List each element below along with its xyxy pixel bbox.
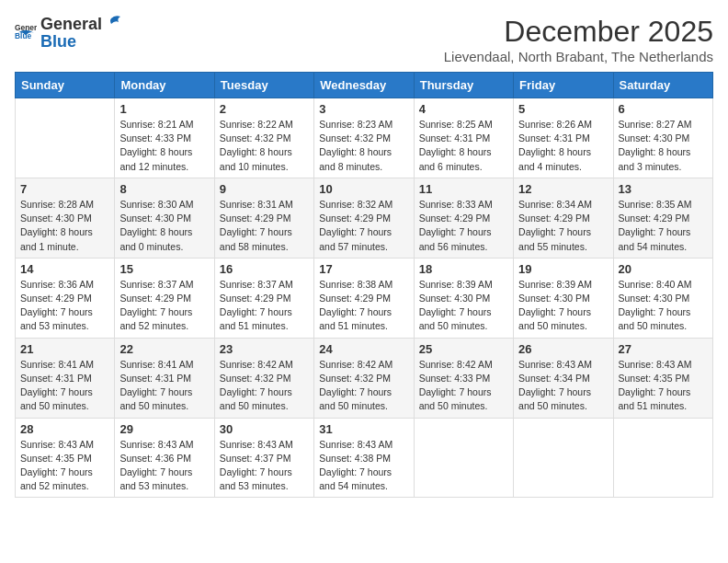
calendar-cell <box>514 418 613 498</box>
day-number: 27 <box>619 342 708 356</box>
calendar-cell: 29Sunrise: 8:43 AMSunset: 4:36 PMDayligh… <box>115 418 214 498</box>
calendar-cell: 31Sunrise: 8:43 AMSunset: 4:38 PMDayligh… <box>314 418 414 498</box>
day-info: Sunrise: 8:34 AMSunset: 4:29 PMDaylight:… <box>518 198 608 254</box>
calendar-cell <box>414 418 513 498</box>
location-title: Lievendaal, North Brabant, The Netherlan… <box>444 49 713 64</box>
day-number: 9 <box>220 182 309 196</box>
calendar-cell: 9Sunrise: 8:31 AMSunset: 4:29 PMDaylight… <box>214 178 313 258</box>
calendar-cell: 22Sunrise: 8:41 AMSunset: 4:31 PMDayligh… <box>115 338 214 418</box>
calendar-cell: 17Sunrise: 8:38 AMSunset: 4:29 PMDayligh… <box>314 258 414 338</box>
day-info: Sunrise: 8:25 AMSunset: 4:31 PMDaylight:… <box>419 118 508 174</box>
day-number: 30 <box>220 422 309 436</box>
calendar-cell: 6Sunrise: 8:27 AMSunset: 4:30 PMDaylight… <box>613 98 712 178</box>
day-number: 25 <box>419 342 508 356</box>
calendar-week-row: 1Sunrise: 8:21 AMSunset: 4:33 PMDaylight… <box>16 98 713 178</box>
title-section: December 2025 Lievendaal, North Brabant,… <box>444 15 713 64</box>
day-number: 4 <box>419 102 508 116</box>
day-number: 10 <box>319 182 408 196</box>
day-info: Sunrise: 8:42 AMSunset: 4:32 PMDaylight:… <box>220 358 309 414</box>
calendar-cell: 12Sunrise: 8:34 AMSunset: 4:29 PMDayligh… <box>514 178 613 258</box>
day-info: Sunrise: 8:28 AMSunset: 4:30 PMDaylight:… <box>20 198 109 254</box>
calendar: SundayMondayTuesdayWednesdayThursdayFrid… <box>15 72 713 498</box>
calendar-week-row: 7Sunrise: 8:28 AMSunset: 4:30 PMDaylight… <box>16 178 713 258</box>
day-info: Sunrise: 8:43 AMSunset: 4:35 PMDaylight:… <box>20 438 109 494</box>
day-number: 15 <box>119 262 209 276</box>
calendar-cell: 5Sunrise: 8:26 AMSunset: 4:31 PMDaylight… <box>514 98 613 178</box>
calendar-cell: 20Sunrise: 8:40 AMSunset: 4:30 PMDayligh… <box>613 258 712 338</box>
calendar-header-monday: Monday <box>115 73 214 98</box>
day-number: 23 <box>220 342 309 356</box>
calendar-header-thursday: Thursday <box>414 73 513 98</box>
calendar-header-wednesday: Wednesday <box>314 73 414 98</box>
calendar-cell: 21Sunrise: 8:41 AMSunset: 4:31 PMDayligh… <box>16 338 115 418</box>
logo-icon: General Blue <box>15 20 37 42</box>
calendar-cell: 7Sunrise: 8:28 AMSunset: 4:30 PMDaylight… <box>16 178 115 258</box>
logo-bird-icon <box>104 15 124 33</box>
calendar-cell: 28Sunrise: 8:43 AMSunset: 4:35 PMDayligh… <box>16 418 115 498</box>
day-info: Sunrise: 8:40 AMSunset: 4:30 PMDaylight:… <box>619 278 708 334</box>
day-info: Sunrise: 8:32 AMSunset: 4:29 PMDaylight:… <box>319 198 408 254</box>
calendar-cell: 15Sunrise: 8:37 AMSunset: 4:29 PMDayligh… <box>115 258 214 338</box>
svg-text:Blue: Blue <box>15 30 32 40</box>
day-info: Sunrise: 8:38 AMSunset: 4:29 PMDaylight:… <box>319 278 408 334</box>
day-info: Sunrise: 8:42 AMSunset: 4:33 PMDaylight:… <box>419 358 508 414</box>
day-number: 31 <box>319 422 408 436</box>
header: General Blue General Blue December 2025 … <box>15 15 713 64</box>
day-number: 16 <box>220 262 309 276</box>
calendar-cell: 1Sunrise: 8:21 AMSunset: 4:33 PMDaylight… <box>115 98 214 178</box>
calendar-cell: 2Sunrise: 8:22 AMSunset: 4:32 PMDaylight… <box>214 98 313 178</box>
day-number: 17 <box>319 262 408 276</box>
calendar-cell: 16Sunrise: 8:37 AMSunset: 4:29 PMDayligh… <box>214 258 313 338</box>
day-info: Sunrise: 8:21 AMSunset: 4:33 PMDaylight:… <box>119 118 209 174</box>
calendar-cell: 11Sunrise: 8:33 AMSunset: 4:29 PMDayligh… <box>414 178 513 258</box>
day-info: Sunrise: 8:23 AMSunset: 4:32 PMDaylight:… <box>319 118 408 174</box>
logo-text-blue: Blue <box>40 32 76 51</box>
day-info: Sunrise: 8:43 AMSunset: 4:34 PMDaylight:… <box>518 358 608 414</box>
day-number: 26 <box>518 342 608 356</box>
calendar-cell: 27Sunrise: 8:43 AMSunset: 4:35 PMDayligh… <box>613 338 712 418</box>
logo-text-general: General <box>40 16 102 32</box>
calendar-cell: 8Sunrise: 8:30 AMSunset: 4:30 PMDaylight… <box>115 178 214 258</box>
day-number: 3 <box>319 102 408 116</box>
calendar-header-sunday: Sunday <box>16 73 115 98</box>
month-title: December 2025 <box>444 15 713 49</box>
day-info: Sunrise: 8:43 AMSunset: 4:36 PMDaylight:… <box>119 438 209 494</box>
day-number: 22 <box>119 342 209 356</box>
calendar-header-tuesday: Tuesday <box>214 73 313 98</box>
day-number: 13 <box>619 182 708 196</box>
day-info: Sunrise: 8:27 AMSunset: 4:30 PMDaylight:… <box>619 118 708 174</box>
day-info: Sunrise: 8:22 AMSunset: 4:32 PMDaylight:… <box>220 118 309 174</box>
day-number: 21 <box>20 342 109 356</box>
day-info: Sunrise: 8:37 AMSunset: 4:29 PMDaylight:… <box>119 278 209 334</box>
calendar-cell: 14Sunrise: 8:36 AMSunset: 4:29 PMDayligh… <box>16 258 115 338</box>
calendar-cell: 25Sunrise: 8:42 AMSunset: 4:33 PMDayligh… <box>414 338 513 418</box>
day-number: 1 <box>119 102 209 116</box>
day-info: Sunrise: 8:43 AMSunset: 4:35 PMDaylight:… <box>619 358 708 414</box>
day-number: 6 <box>619 102 708 116</box>
calendar-cell: 10Sunrise: 8:32 AMSunset: 4:29 PMDayligh… <box>314 178 414 258</box>
day-info: Sunrise: 8:30 AMSunset: 4:30 PMDaylight:… <box>119 198 209 254</box>
calendar-header-friday: Friday <box>514 73 613 98</box>
calendar-header-saturday: Saturday <box>613 73 712 98</box>
day-info: Sunrise: 8:43 AMSunset: 4:37 PMDaylight:… <box>220 438 309 494</box>
day-number: 19 <box>518 262 608 276</box>
calendar-header-row: SundayMondayTuesdayWednesdayThursdayFrid… <box>16 73 713 98</box>
day-info: Sunrise: 8:41 AMSunset: 4:31 PMDaylight:… <box>119 358 209 414</box>
calendar-cell: 18Sunrise: 8:39 AMSunset: 4:30 PMDayligh… <box>414 258 513 338</box>
calendar-cell: 19Sunrise: 8:39 AMSunset: 4:30 PMDayligh… <box>514 258 613 338</box>
day-info: Sunrise: 8:41 AMSunset: 4:31 PMDaylight:… <box>20 358 109 414</box>
calendar-cell <box>613 418 712 498</box>
calendar-cell: 24Sunrise: 8:42 AMSunset: 4:32 PMDayligh… <box>314 338 414 418</box>
day-number: 2 <box>220 102 309 116</box>
day-number: 12 <box>518 182 608 196</box>
day-info: Sunrise: 8:39 AMSunset: 4:30 PMDaylight:… <box>518 278 608 334</box>
calendar-week-row: 14Sunrise: 8:36 AMSunset: 4:29 PMDayligh… <box>16 258 713 338</box>
day-info: Sunrise: 8:37 AMSunset: 4:29 PMDaylight:… <box>220 278 309 334</box>
day-info: Sunrise: 8:43 AMSunset: 4:38 PMDaylight:… <box>319 438 408 494</box>
calendar-cell: 4Sunrise: 8:25 AMSunset: 4:31 PMDaylight… <box>414 98 513 178</box>
calendar-cell: 3Sunrise: 8:23 AMSunset: 4:32 PMDaylight… <box>314 98 414 178</box>
day-number: 11 <box>419 182 508 196</box>
day-number: 14 <box>20 262 109 276</box>
calendar-cell: 13Sunrise: 8:35 AMSunset: 4:29 PMDayligh… <box>613 178 712 258</box>
calendar-cell: 23Sunrise: 8:42 AMSunset: 4:32 PMDayligh… <box>214 338 313 418</box>
